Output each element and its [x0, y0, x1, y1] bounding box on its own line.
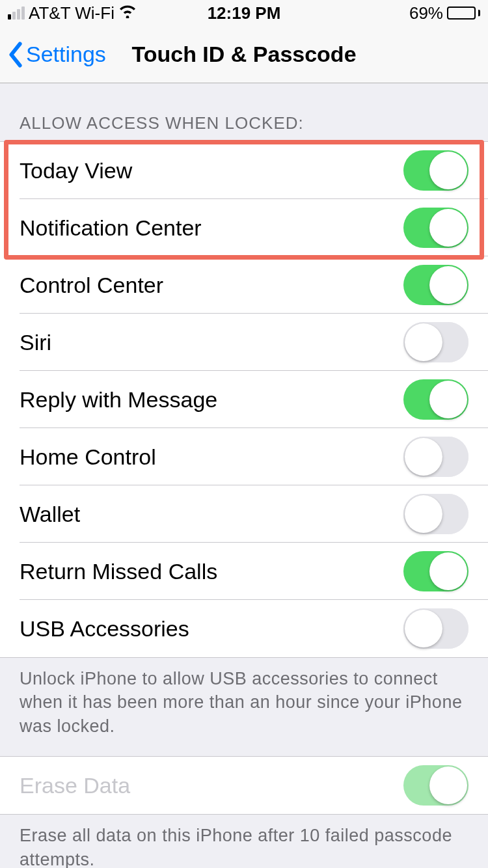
- toggle-notification-center[interactable]: [403, 208, 468, 248]
- toggle-reply-with-message[interactable]: [403, 379, 468, 420]
- row-erase-data: Erase Data: [0, 757, 488, 814]
- row-control-center: Control Center: [0, 256, 488, 314]
- row-label: Notification Center: [20, 215, 202, 241]
- allow-access-group: Today View Notification Center Control C…: [0, 141, 488, 658]
- row-label: Control Center: [20, 273, 163, 298]
- footer-usb-accessories: Unlock iPhone to allow USB accessories t…: [0, 658, 488, 756]
- row-label: Today View: [20, 158, 132, 183]
- section-header-allow-access: ALLOW ACCESS WHEN LOCKED:: [0, 83, 488, 141]
- row-label: Erase Data: [20, 773, 130, 798]
- row-today-view: Today View: [0, 142, 488, 199]
- row-wallet: Wallet: [0, 485, 488, 543]
- battery-icon: [447, 7, 480, 20]
- row-return-missed-calls: Return Missed Calls: [0, 543, 488, 600]
- toggle-control-center[interactable]: [403, 265, 468, 305]
- erase-data-group: Erase Data: [0, 756, 488, 815]
- row-label: Home Control: [20, 444, 156, 470]
- toggle-today-view[interactable]: [403, 150, 468, 191]
- row-label: Reply with Message: [20, 387, 217, 413]
- footer-erase-data: Erase all data on this iPhone after 10 f…: [0, 815, 488, 868]
- row-reply-with-message: Reply with Message: [0, 371, 488, 428]
- row-home-control: Home Control: [0, 428, 488, 485]
- row-notification-center: Notification Center: [0, 199, 488, 256]
- page-title: Touch ID & Passcode: [131, 42, 356, 67]
- row-usb-accessories: USB Accessories: [0, 600, 488, 657]
- back-button[interactable]: Settings: [8, 42, 106, 68]
- row-label: Wallet: [20, 502, 80, 527]
- toggle-home-control[interactable]: [403, 437, 468, 477]
- back-label: Settings: [26, 42, 106, 67]
- toggle-usb-accessories[interactable]: [403, 608, 468, 649]
- row-label: Siri: [20, 330, 51, 355]
- toggle-erase-data[interactable]: [403, 765, 468, 806]
- toggle-wallet[interactable]: [403, 494, 468, 534]
- status-bar: AT&T Wi-Fi 12:19 PM 69%: [0, 0, 488, 26]
- chevron-left-icon: [8, 42, 23, 68]
- toggle-siri[interactable]: [403, 322, 468, 362]
- row-label: Return Missed Calls: [20, 559, 217, 584]
- row-label: USB Accessories: [20, 616, 189, 642]
- row-siri: Siri: [0, 314, 488, 371]
- toggle-return-missed-calls[interactable]: [403, 551, 468, 591]
- status-time: 12:19 PM: [0, 3, 488, 23]
- navigation-bar: Settings Touch ID & Passcode: [0, 26, 488, 83]
